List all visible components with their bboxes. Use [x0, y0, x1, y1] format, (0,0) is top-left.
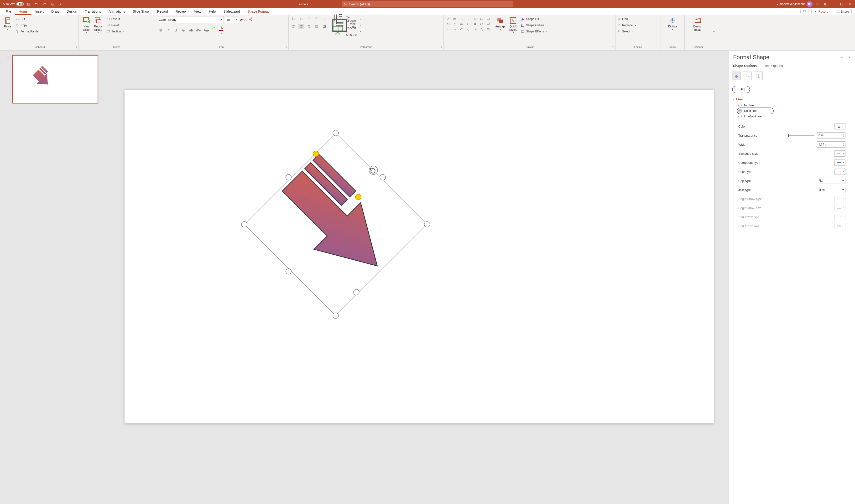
arrange-button[interactable]: Arrange▾ — [493, 16, 507, 31]
format-painter-button[interactable]: Format Painter — [15, 29, 40, 34]
comments-button[interactable] — [800, 9, 808, 14]
tab-record[interactable]: Record — [153, 8, 172, 15]
maximize-icon[interactable] — [838, 1, 845, 7]
pane-dropdown-icon[interactable]: ▾ — [841, 56, 843, 59]
shape-hex-icon[interactable] — [479, 22, 484, 26]
undo-icon[interactable] — [33, 1, 40, 7]
thumbnail-pane[interactable]: 1 — [0, 51, 110, 504]
reset-button[interactable]: Reset — [106, 22, 125, 28]
slide-canvas-area[interactable] — [110, 51, 729, 504]
ribbon-display-icon[interactable] — [822, 1, 829, 7]
reuse-slides-button[interactable]: Reuse Slides▾ — [92, 16, 104, 34]
shape-triangle-icon[interactable] — [452, 22, 457, 26]
radio-solid-line[interactable]: Solid line — [732, 108, 852, 113]
shape-rarrow-icon[interactable] — [459, 22, 464, 26]
shape-effects-button[interactable]: Shape Effects▾ — [521, 29, 548, 34]
align-left-button[interactable] — [291, 24, 297, 29]
search-box[interactable]: Search (Alt+Q) — [342, 1, 513, 7]
tab-home[interactable]: Home — [15, 8, 32, 15]
qat-more-icon[interactable] — [57, 1, 64, 7]
highlight-button[interactable]: ▾ — [211, 26, 216, 35]
drawing-launcher[interactable]: ▾ — [612, 46, 614, 49]
radio-gradient-line[interactable]: Gradient line — [732, 113, 852, 119]
shape-rbrace-icon[interactable] — [472, 27, 477, 32]
coming-soon-icon[interactable] — [814, 1, 821, 7]
align-right-button[interactable] — [306, 24, 312, 29]
autosave-toggle[interactable]: AutoSave Off — [3, 2, 23, 6]
shape-line-icon[interactable] — [446, 17, 451, 21]
spacing-button[interactable]: AV▾ — [196, 29, 201, 32]
tab-transitions[interactable]: Transitions — [81, 8, 105, 15]
effects-category-icon[interactable] — [743, 72, 752, 80]
numbering-button[interactable]: 123 — [298, 16, 304, 21]
tab-slidelizard[interactable]: SlideLizard — [220, 8, 244, 15]
outdent-button[interactable] — [306, 16, 312, 21]
bullets-button[interactable] — [291, 16, 297, 21]
color-picker-button[interactable]: ▾ — [835, 123, 845, 129]
italic-button[interactable]: I — [165, 29, 171, 32]
shape-roundrect-icon[interactable] — [486, 17, 491, 21]
font-color-button[interactable]: A▾ — [219, 26, 224, 35]
shape-outline-button[interactable]: Shape Outline▾ — [521, 22, 548, 28]
bold-button[interactable]: B — [158, 29, 163, 32]
share-button[interactable]: Share — [834, 9, 852, 14]
slide[interactable] — [124, 90, 714, 424]
tab-view[interactable]: View — [190, 8, 205, 15]
radio-no-line[interactable]: No line — [732, 103, 852, 108]
shadow-button[interactable]: ab — [189, 29, 194, 32]
columns-button[interactable] — [321, 24, 327, 29]
layout-button[interactable]: Layout▾ — [106, 16, 125, 22]
tab-review[interactable]: Review — [172, 8, 190, 15]
shape-connector-icon[interactable] — [472, 17, 477, 21]
width-input[interactable]: 1,25 pt▴▾ — [817, 141, 845, 148]
shape-curve-icon[interactable] — [446, 27, 451, 32]
user-name[interactable]: Gumpelmeyer Johanna — [775, 2, 805, 6]
present-icon[interactable] — [49, 1, 56, 7]
tab-slideshow[interactable]: Slide Show — [129, 8, 153, 15]
smartart-button[interactable]: Convert to SmartArt▾ — [331, 29, 361, 34]
compound-type-button[interactable]: ▾ — [835, 160, 845, 166]
clipboard-launcher[interactable]: ▾ — [76, 46, 77, 49]
shape-arrow-line-icon[interactable] — [466, 17, 471, 21]
fill-line-category-icon[interactable] — [732, 72, 741, 80]
shape-gallery[interactable] — [446, 16, 491, 32]
tab-file[interactable]: File — [2, 8, 15, 15]
shape-freeform-icon[interactable] — [452, 27, 457, 32]
shape-callout-icon[interactable] — [486, 22, 491, 26]
design-ideas-button[interactable]: Design Ideas — [691, 16, 704, 32]
join-type-select[interactable]: Miter▾ — [817, 187, 845, 193]
tab-help[interactable]: Help — [205, 8, 220, 15]
cap-type-select[interactable]: Flat▾ — [817, 178, 845, 184]
strike-button[interactable]: S — [181, 29, 186, 32]
select-button[interactable]: Select▾ — [617, 29, 636, 34]
cut-button[interactable]: Cut — [15, 16, 40, 22]
tab-text-options[interactable]: Text Options — [764, 64, 783, 68]
font-name-combo[interactable]: Calibri (Body)▾ — [157, 16, 224, 23]
redo-icon[interactable] — [41, 1, 48, 7]
shape-diamond-icon[interactable] — [466, 22, 471, 26]
copy-button[interactable]: Copy▾ — [15, 22, 40, 28]
increase-font-icon[interactable]: A▴ — [240, 18, 244, 22]
tab-animations[interactable]: Animations — [105, 8, 129, 15]
quick-styles-button[interactable]: A Quick Styles▾ — [507, 16, 519, 34]
align-center-button[interactable] — [298, 24, 304, 29]
transparency-input[interactable]: 0 %▴▾ — [817, 132, 845, 139]
find-button[interactable]: Find — [617, 16, 636, 22]
save-icon[interactable] — [25, 1, 32, 7]
record-button[interactable]: Record — [812, 9, 831, 14]
minimize-icon[interactable] — [830, 1, 837, 7]
tab-shape-options[interactable]: Shape Options — [733, 64, 757, 68]
shape-more-icon[interactable] — [486, 27, 491, 32]
shape-fill-button[interactable]: Shape Fill▾ — [521, 16, 548, 22]
selected-shape[interactable] — [241, 130, 430, 319]
close-icon[interactable] — [847, 1, 853, 7]
shape-doublearrow-icon[interactable] — [472, 22, 477, 26]
shape-line2-icon[interactable] — [459, 17, 464, 21]
shape-rect-icon[interactable] — [479, 17, 484, 21]
paste-button[interactable]: Paste ▾ — [2, 16, 13, 31]
case-button[interactable]: Aa▾ — [204, 29, 209, 32]
linespacing-button[interactable] — [321, 16, 327, 21]
sketched-style-button[interactable]: ▾ — [835, 150, 845, 157]
line-section-header[interactable]: ▿ Line — [732, 96, 852, 103]
justify-button[interactable] — [313, 24, 320, 29]
